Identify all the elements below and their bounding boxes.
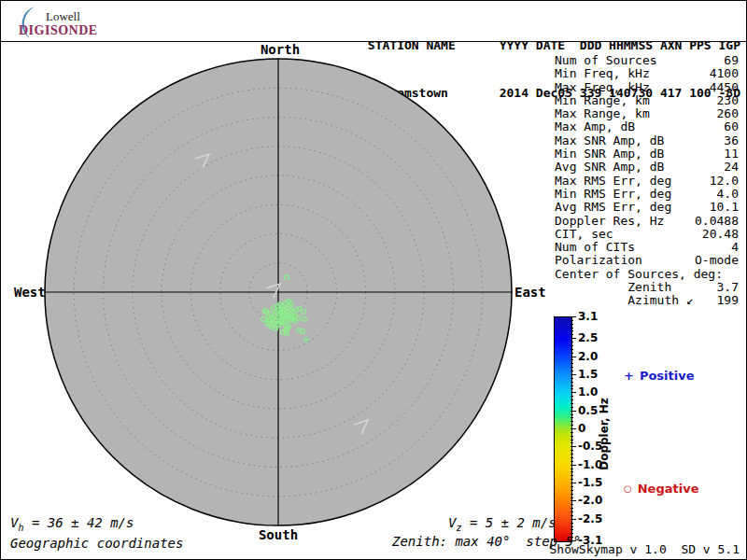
colorbar-tick-label: 2.0 — [578, 350, 598, 363]
colorbar-minor-tick — [571, 407, 573, 408]
colorbar-minor-tick — [571, 504, 573, 505]
colorbar-major-tick — [571, 338, 576, 339]
software-version-label: ShowSkymap v 1.0 SD v 5.1 — [550, 542, 740, 556]
colorbar-major-tick — [571, 411, 576, 412]
stats-row: Min SNR Amp, dB11 — [555, 147, 739, 161]
circle-symbol-icon: ○ — [624, 483, 632, 494]
colorbar-minor-tick — [571, 417, 573, 418]
colorbar-major-tick — [571, 446, 576, 447]
colorbar-minor-tick — [571, 421, 573, 422]
colorbar-minor-tick — [571, 359, 573, 360]
compass-south-label: South — [259, 527, 298, 542]
colorbar-minor-tick — [571, 497, 573, 498]
stats-row: Max RMS Err, deg12.0 — [555, 175, 739, 188]
colorbar-tick-label: 0.5 — [578, 404, 598, 417]
doppler-colorbar — [554, 316, 572, 542]
colorbar-minor-tick — [571, 440, 573, 441]
colorbar-minor-tick — [571, 353, 573, 354]
stats-row: Doppler Res, Hz0.0488 — [555, 215, 739, 228]
stats-row: Max Range, km260 — [555, 107, 739, 120]
colorbar-minor-tick — [571, 330, 573, 331]
colorbar-tick-label: 0 — [578, 422, 585, 435]
compass-east-label: East — [514, 285, 546, 300]
colorbar-tick-label: -2.0 — [578, 494, 602, 507]
legend-positive-label: Positive — [640, 369, 695, 383]
colorbar-minor-tick — [571, 425, 573, 426]
colorbar-major-tick — [571, 483, 576, 483]
colorbar-minor-tick — [571, 399, 573, 400]
stats-row: Max Amp, dB60 — [555, 120, 739, 133]
colorbar-minor-tick — [571, 385, 573, 386]
colorbar-tick-label: -2.5 — [578, 512, 602, 525]
colorbar-minor-tick — [571, 490, 573, 491]
colorbar-minor-tick — [571, 508, 573, 509]
legend-positive: +Positive — [624, 369, 695, 383]
colorbar-major-tick — [571, 500, 576, 501]
colorbar-minor-tick — [571, 436, 573, 437]
colorbar-minor-tick — [571, 432, 573, 433]
colorbar-minor-tick — [571, 457, 573, 458]
colorbar-minor-tick — [571, 396, 573, 397]
stats-row: Zenith3.7 — [555, 281, 739, 294]
horizontal-velocity-readout: Vh = 36 ± 42 m/s — [10, 515, 134, 533]
colorbar-tick-label: 1.0 — [578, 385, 598, 399]
colorbar-minor-tick — [571, 324, 573, 325]
plus-symbol-icon: + — [624, 369, 634, 383]
stats-row: Num of Sources69 — [555, 54, 739, 67]
colorbar-major-tick — [571, 519, 576, 520]
colorbar-minor-tick — [571, 388, 573, 389]
coordinate-system-label: Geographic coordinates — [10, 536, 183, 551]
colorbar-minor-tick — [571, 320, 573, 321]
colorbar-tick-label: 1.5 — [578, 368, 598, 381]
colorbar-major-tick — [571, 374, 576, 375]
colorbar-minor-tick — [571, 382, 573, 383]
colorbar-minor-tick — [571, 479, 573, 480]
legend-negative-label: Negative — [638, 482, 699, 496]
colorbar-minor-tick — [571, 334, 573, 335]
colorbar-minor-tick — [571, 414, 573, 415]
stats-row: Center of Sources, deg: — [555, 268, 739, 281]
colorbar-minor-tick — [571, 367, 573, 368]
colorbar-tick-label: 3.1 — [578, 310, 598, 323]
colorbar-minor-tick — [571, 486, 573, 487]
colorbar-tick-label: -1.5 — [578, 476, 602, 489]
stats-row: Min RMS Err, deg4.0 — [555, 188, 739, 201]
colorbar-major-tick — [571, 392, 576, 393]
colorbar-minor-tick — [571, 363, 573, 364]
colorbar-minor-tick — [571, 342, 573, 343]
colorbar-minor-tick — [571, 454, 573, 455]
stats-row: Min Freq, kHz4100 — [555, 67, 739, 80]
stats-row: Avg RMS Err, deg10.1 — [555, 201, 739, 214]
colorbar-major-tick — [571, 428, 576, 429]
stats-row: Max SNR Amp, dB36 — [555, 134, 739, 147]
skymap-window: Lowell DIGISONDE STATION NAME YYYY DATE … — [0, 0, 747, 560]
stats-row: Max Freq, kHz4450 — [555, 81, 739, 94]
colorbar-major-tick — [571, 316, 576, 317]
stats-row: Azimuth ↙199 — [555, 294, 739, 307]
stats-row: Min Range, km230 — [555, 94, 739, 107]
colorbar-minor-tick — [571, 371, 573, 371]
colorbar-minor-tick — [571, 328, 573, 329]
colorbar-minor-tick — [571, 471, 573, 472]
colorbar-minor-tick — [571, 469, 573, 469]
compass-west-label: West — [14, 285, 46, 300]
stats-row: CIT, sec20.48 — [555, 228, 739, 241]
stats-row: PolarizationO-mode — [555, 254, 739, 267]
colorbar-minor-tick — [571, 461, 573, 462]
colorbar-minor-tick — [571, 515, 573, 516]
colorbar-minor-tick — [571, 494, 573, 495]
colorbar-minor-tick — [571, 378, 573, 379]
colorbar-minor-tick — [571, 345, 573, 346]
colorbar-minor-tick — [571, 403, 573, 404]
colorbar-tick-label: 2.5 — [578, 331, 598, 344]
colorbar-title: Doppler, Hz — [598, 398, 611, 470]
statistics-panel: Num of Sources69Min Freq, kHz4100Max Fre… — [555, 54, 739, 308]
colorbar-minor-tick — [571, 349, 573, 350]
colorbar-minor-tick — [571, 450, 573, 451]
colorbar-minor-tick — [571, 523, 573, 524]
colorbar-minor-tick — [571, 526, 573, 527]
colorbar-major-tick — [571, 357, 576, 357]
colorbar-minor-tick — [571, 529, 573, 530]
colorbar-minor-tick — [571, 511, 573, 512]
stats-row: Avg SNR Amp, dB24 — [555, 161, 739, 174]
